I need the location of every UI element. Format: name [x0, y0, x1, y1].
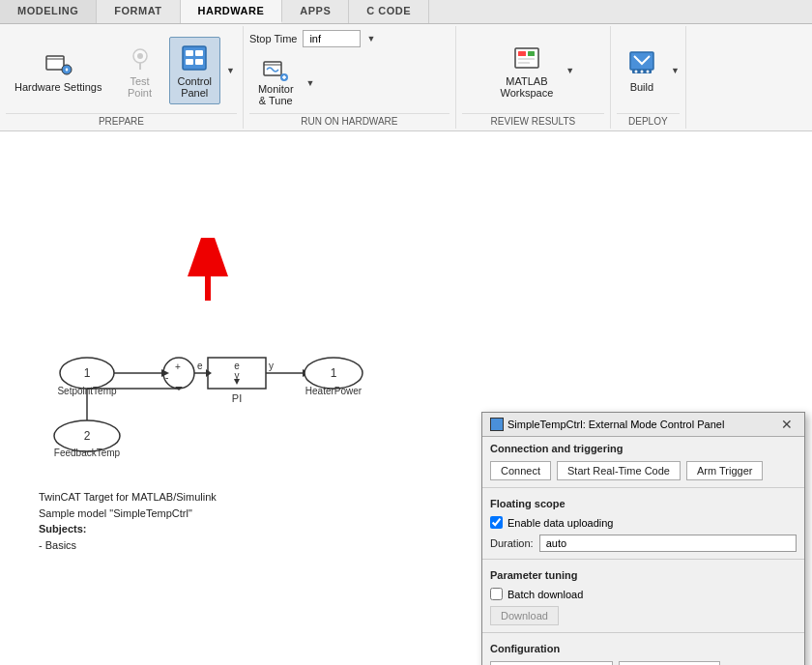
deploy-label: DEPLOY [617, 113, 680, 129]
svg-rect-21 [630, 52, 653, 70]
matlab-workspace-icon [511, 43, 542, 73]
svg-rect-0 [46, 56, 64, 70]
ribbon-group-prepare: Hardware Settings TestPoint [0, 26, 244, 129]
simulink-diagram: 1 SetpointTemp 2 FeedbackTemp + - e e y … [29, 325, 493, 479]
connect-button[interactable]: Connect [490, 461, 551, 480]
svg-rect-18 [528, 51, 535, 56]
canvas-area: 1 SetpointTemp 2 FeedbackTemp + - e e y … [0, 131, 812, 665]
batch-download-checkbox[interactable] [490, 588, 503, 600]
tab-ccode[interactable]: C CODE [349, 0, 429, 23]
panel-icon [490, 418, 504, 431]
svg-text:1: 1 [84, 366, 91, 380]
enable-uploading-checkbox[interactable] [490, 516, 503, 529]
duration-label: Duration: [490, 537, 534, 549]
svg-text:y: y [269, 361, 274, 371]
svg-text:FeedbackTemp: FeedbackTemp [54, 448, 121, 458]
svg-text:2: 2 [84, 429, 91, 443]
svg-point-23 [634, 71, 637, 73]
svg-rect-9 [186, 59, 193, 65]
control-panel-button[interactable]: ControlPanel [169, 37, 220, 104]
data-archiving-button[interactable]: Data Archiving ... [619, 661, 720, 665]
prepare-label: PREPARE [6, 113, 237, 129]
enable-uploading-checkbox-label[interactable]: Enable data uploading [490, 516, 613, 529]
panel-title: SimpleTempCtrl: External Mode Control Pa… [490, 418, 724, 431]
configuration-buttons-row: Signal & Triggering ... Data Archiving .… [482, 658, 804, 665]
svg-rect-6 [183, 46, 206, 70]
panel-titlebar: SimpleTempCtrl: External Mode Control Pa… [482, 413, 804, 437]
configuration-label: Configuration [482, 637, 804, 658]
svg-point-24 [640, 71, 643, 73]
stop-time-input[interactable] [303, 30, 361, 47]
svg-rect-8 [195, 50, 203, 56]
test-point-icon [125, 43, 156, 73]
build-dropdown-icon[interactable]: ▼ [671, 66, 680, 75]
batch-download-checkbox-label[interactable]: Batch download [490, 588, 583, 600]
build-icon [626, 48, 657, 79]
signal-triggering-button[interactable]: Signal & Triggering ... [490, 661, 613, 665]
monitor-tune-button[interactable]: Monitor& Tune [249, 55, 303, 111]
external-mode-panel: SimpleTempCtrl: External Mode Control Pa… [481, 412, 805, 665]
svg-text:1: 1 [331, 366, 337, 380]
control-panel-icon [179, 43, 210, 73]
build-button[interactable]: Build [617, 37, 667, 104]
ribbon-group-deploy: Build ▼ DEPLOY [611, 26, 686, 129]
download-button-row: Download [482, 603, 804, 628]
parameter-tuning-label: Parameter tuning [482, 564, 804, 585]
ribbon-group-run-on-hw: Stop Time ▼ [244, 26, 456, 129]
info-text-block: TwinCAT Target for MATLAB/Simulink Sampl… [39, 489, 217, 553]
run-on-hw-label: RUN ON HARDWARE [249, 113, 450, 129]
svg-rect-17 [518, 51, 526, 56]
monitor-tune-icon [262, 60, 289, 83]
download-button[interactable]: Download [490, 606, 559, 625]
batch-download-row: Batch download [482, 585, 804, 603]
enable-uploading-row: Enable data uploading [482, 513, 804, 532]
panel-close-button[interactable]: ✕ [777, 417, 797, 432]
stop-time-dropdown-icon[interactable]: ▼ [366, 34, 375, 43]
start-realtime-button[interactable]: Start Real-Time Code [557, 461, 681, 480]
hardware-settings-button[interactable]: Hardware Settings [6, 37, 111, 104]
svg-text:+: + [175, 361, 181, 372]
tab-format[interactable]: FORMAT [97, 0, 180, 23]
svg-rect-20 [518, 62, 530, 64]
test-point-button[interactable]: TestPoint [115, 37, 165, 104]
review-label: REVIEW RESULTS [462, 113, 604, 129]
connection-buttons-row: Connect Start Real-Time Code Arm Trigger [482, 458, 804, 483]
stop-time-label: Stop Time [249, 33, 298, 44]
matlab-ws-dropdown-icon[interactable]: ▼ [566, 66, 574, 75]
ribbon-group-review: MATLABWorkspace ▼ REVIEW RESULTS [456, 26, 611, 129]
svg-text:PI: PI [232, 392, 242, 404]
tab-hardware[interactable]: HARDWARE [181, 0, 283, 23]
svg-rect-7 [186, 50, 193, 56]
red-arrow-indicator [184, 238, 232, 308]
monitor-dropdown-icon[interactable]: ▼ [306, 78, 315, 88]
control-panel-dropdown[interactable]: ▼ [224, 64, 237, 77]
svg-point-5 [137, 53, 143, 59]
stop-time-row: Stop Time ▼ [249, 30, 375, 47]
duration-row: Duration: [482, 532, 804, 555]
dropdown-arrow-icon: ▼ [226, 66, 235, 75]
hardware-settings-icon [43, 48, 73, 79]
svg-rect-19 [518, 58, 535, 60]
duration-input[interactable] [539, 535, 797, 552]
matlab-workspace-button[interactable]: MATLABWorkspace [492, 37, 563, 104]
floating-scope-label: Floating scope [482, 492, 804, 513]
svg-text:HeaterPower: HeaterPower [305, 386, 362, 396]
tab-apps[interactable]: APPS [282, 0, 349, 23]
connection-section-label: Connection and triggering [482, 437, 804, 458]
arm-trigger-button[interactable]: Arm Trigger [686, 461, 763, 480]
svg-rect-10 [195, 59, 203, 65]
svg-point-25 [646, 71, 649, 73]
svg-text:e: e [197, 361, 203, 371]
tab-modeling[interactable]: MODELING [0, 0, 97, 23]
